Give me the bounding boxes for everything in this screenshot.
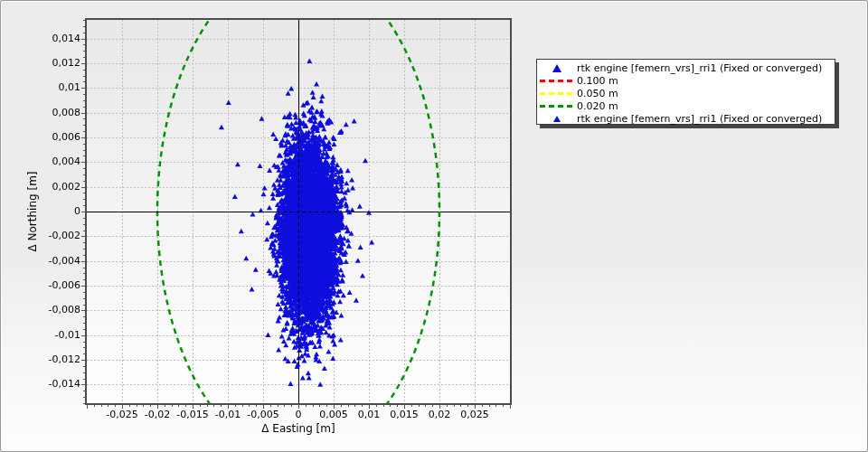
dash-glyph: [540, 80, 574, 82]
legend-item-2[interactable]: 0.050 m: [537, 87, 835, 99]
y-tick-label: 0,006: [28, 132, 80, 143]
legend-item-label: 0.050 m: [577, 88, 618, 99]
dashed-line-icon: [537, 92, 577, 95]
x-axis-title: Δ Easting [m]: [212, 422, 384, 435]
triangle-glyph: [552, 64, 561, 72]
y-axis-title: Δ Northing [m]: [26, 171, 39, 251]
triangle-marker-icon: [537, 64, 577, 72]
triangle-glyph: [553, 116, 561, 122]
y-tick-label: -0,004: [28, 256, 80, 267]
dash-glyph: [540, 92, 574, 95]
x-tick-label: 0,025: [446, 410, 504, 420]
y-tick-label: 0,01: [28, 82, 80, 93]
y-tick-label: -0,012: [28, 354, 80, 365]
legend-item-label: 0.020 m: [577, 100, 618, 112]
legend-item-label: 0.100 m: [577, 75, 618, 87]
y-tick-label: 0,012: [28, 58, 80, 69]
dash-glyph: [540, 105, 574, 108]
legend-item-0[interactable]: rtk engine [femern_vrs]_rri1 (Fixed or c…: [537, 61, 835, 74]
dashed-line-icon: [537, 105, 577, 108]
dashed-line-icon: [537, 80, 577, 82]
legend-item-label: rtk engine [femern_vrs]_rri1 (Fixed or c…: [577, 113, 822, 125]
y-tick-label: -0,01: [28, 330, 80, 341]
y-tick-label: -0,006: [28, 280, 80, 291]
chart-window: 0,0140,0120,010,0080,0060,0040,0020-0,00…: [0, 0, 868, 452]
triangle-marker-icon: [537, 116, 577, 122]
y-tick-label: 0,014: [28, 33, 80, 44]
legend-item-3[interactable]: 0.020 m: [537, 99, 835, 112]
legend-item-1[interactable]: 0.100 m: [537, 74, 835, 87]
y-tick-label: 0,004: [28, 156, 80, 167]
legend-item-label: rtk engine [femern_vrs]_rri1 (Fixed or c…: [577, 62, 822, 74]
legend-item-4[interactable]: rtk engine [femern_vrs]_rri1 (Fixed or c…: [537, 112, 835, 125]
y-tick-label: -0,008: [28, 305, 80, 315]
legend-box: rtk engine [femern_vrs]_rri1 (Fixed or c…: [536, 59, 835, 125]
y-tick-label: 0,008: [28, 108, 80, 118]
y-tick-label: -0,014: [28, 379, 80, 390]
